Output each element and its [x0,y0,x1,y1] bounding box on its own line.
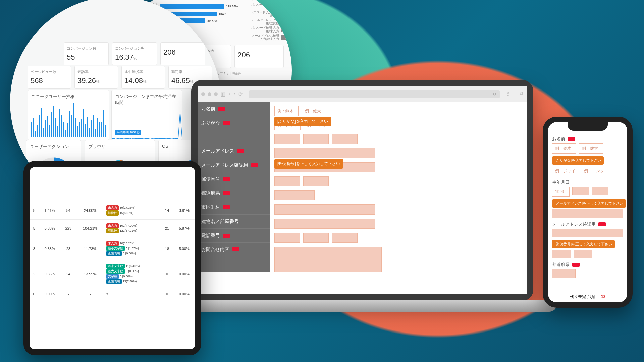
required-badge [223,177,230,181]
field-label: 都道府県 [552,262,570,268]
required-badge [598,222,606,226]
table-row: 00.00%--▾00.00% [30,288,195,300]
required-badge [223,121,230,125]
field-label-row: 電話番号 [198,229,270,243]
laptop-base [168,300,557,312]
field-label: お名前 [552,136,565,142]
field-label-row: メールアドレス [198,144,270,158]
text-input[interactable]: 例：健太 [302,106,326,116]
year-input[interactable]: 1999 [552,187,570,197]
table-row: 50.88%223104.21%未入力101(47.20%)誤比較122(57.… [30,220,195,237]
text-input[interactable] [274,176,300,186]
required-badge [237,149,244,153]
kana-input[interactable]: 例：ロンタ [581,166,607,176]
window-button[interactable] [214,92,218,96]
field-label-row: お名前 [198,102,270,116]
panel-cv-time: コンバージョンまでの平均滞在時間 平均時間 2062秒 [111,90,182,140]
field-row [274,202,523,217]
url-bar[interactable]: ↻ [249,90,500,98]
text-input[interactable] [274,233,300,243]
field-row: [ふりがな]を入力して下さい例：ジャイ例：ロンタ [274,118,523,132]
field-label-row: お問合せ内容 [198,243,270,272]
text-input[interactable] [274,190,315,200]
metric-card: 来訪率39.26% [74,66,118,89]
required-badge [251,163,258,167]
field-label-row: 建物名／部屋番号 [198,215,270,229]
field-row [274,132,523,146]
table-row: 20.35%2413.95%最小文字数11(6.40%)最大文字数0 (0.00… [30,260,195,288]
day-input[interactable] [592,187,608,195]
email-input[interactable] [552,209,623,218]
text-input[interactable] [303,176,329,186]
panel-title: ブラウザ [85,140,155,153]
email-confirm-input[interactable] [552,229,623,237]
field-label: 生年月日 [552,179,570,185]
required-badge [218,107,225,111]
sidebar-icon[interactable]: ▥ [220,91,225,97]
text-input[interactable] [274,148,375,158]
field-label: メールアドレス確認用 [552,221,596,227]
phone-mock: お名前 例：鈴木例：健太 [ふりがな]を入力して下さい 例：ジャイ例：ロンタ 生… [543,117,633,308]
required-badge [232,247,239,251]
tablet-mock: 81.41%5424.00%未入力39(17.33%)誤比較15(6.67%)1… [23,161,201,355]
field-row: 例：鈴木例：健太 [274,104,523,118]
metric-card: 206 [234,45,284,68]
window-button[interactable] [208,92,211,96]
forward-icon[interactable]: › [234,91,235,97]
name-input[interactable]: 例：鈴木 [552,143,576,154]
required-badge [572,263,580,267]
text-input[interactable] [274,204,375,215]
pref-input[interactable] [552,269,576,278]
error-tip: [郵便番号]を正しく入力して下さい [552,240,615,248]
nav-buttons[interactable]: ▥ ‹ › [220,91,236,97]
required-badge [568,137,575,141]
required-badge [223,234,230,238]
field-label-row: 郵便番号 [198,172,270,186]
field-row [274,245,523,274]
field-label-row: ふりがな [198,116,270,130]
metric-card: コンバージョン数55 [64,42,109,65]
reload-icon[interactable]: ⟳ [238,91,243,97]
field-label-row: メールアドレス確認用 [198,158,270,172]
text-input[interactable] [303,134,329,144]
text-input[interactable] [332,134,358,144]
line-avg-tag: 平均時間 2062秒 [115,130,141,135]
zip-input[interactable] [552,250,571,258]
footer-count: 12 [601,294,605,299]
phone-footer: 残り未完了項目 12 [548,291,627,302]
panel-title: コンバージョンまでの平均滞在時間 [112,90,182,109]
text-input[interactable] [332,233,358,243]
refresh-icon[interactable]: ↻ [493,92,496,97]
field-row [274,174,523,188]
text-input[interactable] [274,134,300,144]
field-row: [郵便番号]を正しく入力して下さい [274,160,523,174]
text-input[interactable]: 例：鈴木 [274,106,299,116]
add-icon[interactable]: ＋ [512,90,518,98]
month-input[interactable] [572,187,589,195]
text-input[interactable] [274,247,382,272]
window-button[interactable] [201,92,205,96]
required-badge [223,191,230,195]
field-label-row [198,130,270,144]
field-row [274,217,523,231]
zip-input[interactable] [574,250,592,258]
error-tip: [ふりがな]を入力して下さい [552,156,604,165]
required-badge [223,205,230,209]
field-row [274,146,523,160]
text-input[interactable] [303,233,329,243]
laptop-mock: ▥ ‹ › ⟳ ↻ ⇪ ＋ ⧉ 必須項目に入力の上 送信ボタンを押してください。… [191,80,533,301]
error-tip: [メールアドレス]を正しく入力して下さい [552,199,626,208]
analytics-table: 81.41%5424.00%未入力39(17.33%)誤比較15(6.67%)1… [30,202,195,300]
share-icon[interactable]: ⇪ [506,90,510,98]
metric-card: コンバージョン率16.37% [112,42,157,65]
text-input[interactable] [274,219,375,229]
panel-title: ユーザーアクション [26,140,81,153]
back-icon[interactable]: ‹ [229,91,230,97]
field-row [274,188,523,202]
field-row [274,231,523,245]
tabs-icon[interactable]: ⧉ [520,90,523,98]
name-input[interactable]: 例：健太 [579,143,603,154]
browser-toolbar: ▥ ‹ › ⟳ ↻ ⇪ ＋ ⧉ [198,86,527,102]
kana-input[interactable]: 例：ジャイ [552,166,578,176]
metric-card: ページビュー数568 [28,66,71,89]
